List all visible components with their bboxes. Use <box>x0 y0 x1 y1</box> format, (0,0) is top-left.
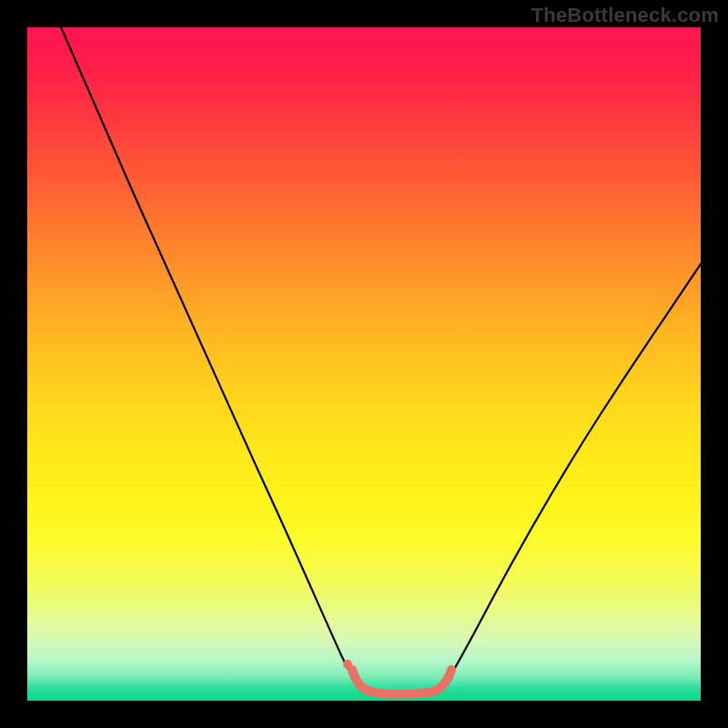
watermark-text: TheBottleneck.com <box>531 4 719 27</box>
curve-layer <box>27 27 701 701</box>
chart-frame: TheBottleneck.com <box>0 0 728 728</box>
salmon-overlay <box>352 670 451 694</box>
black-curve <box>61 27 701 694</box>
plot-area <box>27 27 701 701</box>
salmon-dot <box>343 660 352 669</box>
